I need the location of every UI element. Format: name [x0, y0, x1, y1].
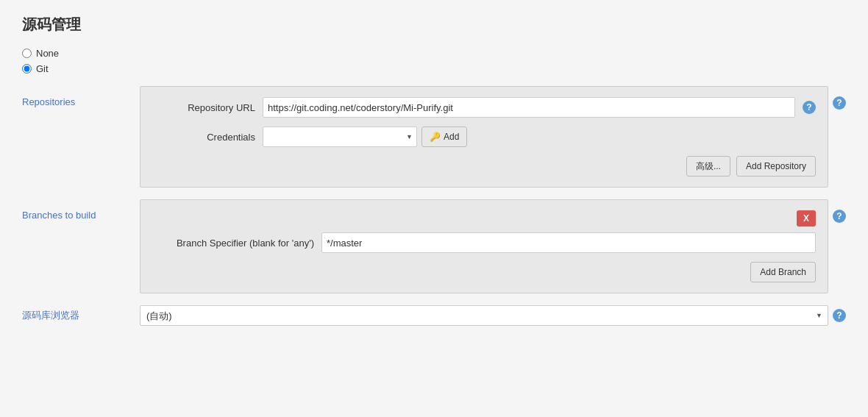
- radio-git-label: Git: [36, 63, 49, 74]
- repo-buttons-row: 高级... Add Repository: [152, 156, 816, 177]
- branches-help-icon[interactable]: ?: [833, 210, 846, 223]
- add-credentials-button[interactable]: 🔑 Add: [421, 126, 467, 147]
- add-branch-button[interactable]: Add Branch: [750, 262, 816, 282]
- source-browser-label: 源码库浏览器: [22, 309, 140, 322]
- add-credentials-label: Add: [444, 132, 459, 142]
- credentials-row: Credentials 🔑 Add: [152, 126, 816, 147]
- repo-url-help-icon[interactable]: ?: [803, 101, 816, 114]
- credentials-select-wrapper: [263, 126, 417, 147]
- branch-buttons-row: Add Branch: [152, 262, 816, 282]
- branch-specifier-input[interactable]: [321, 232, 816, 253]
- repo-url-label: Repository URL: [152, 102, 255, 113]
- source-browser-select-wrapper: (自动): [140, 305, 828, 326]
- radio-none-label: None: [36, 48, 59, 59]
- source-browser-section: 源码库浏览器 (自动) ?: [22, 305, 846, 326]
- branch-specifier-row: Branch Specifier (blank for 'any'): [152, 232, 816, 253]
- credentials-select[interactable]: [263, 126, 417, 147]
- page-title: 源码管理: [22, 15, 846, 35]
- branch-specifier-input-wrapper: [321, 232, 816, 253]
- branches-panel: X Branch Specifier (blank for 'any') Add…: [140, 199, 828, 293]
- advanced-button[interactable]: 高级...: [686, 156, 730, 177]
- radio-git[interactable]: [22, 64, 32, 74]
- repositories-panel: Repository URL ? Credentials: [140, 86, 828, 188]
- repositories-help-icon[interactable]: ?: [833, 96, 846, 110]
- key-icon: 🔑: [430, 132, 441, 142]
- repositories-section: Repositories Repository URL ? Credential…: [22, 86, 846, 188]
- source-browser-help-icon[interactable]: ?: [833, 309, 846, 322]
- add-repository-button[interactable]: Add Repository: [736, 156, 816, 177]
- repo-url-input-wrapper: [263, 97, 795, 118]
- repo-url-row: Repository URL ?: [152, 97, 816, 118]
- branches-label: Branches to build: [22, 199, 140, 221]
- credentials-controls: 🔑 Add: [263, 126, 467, 147]
- credentials-label: Credentials: [152, 132, 255, 143]
- repositories-label: Repositories: [22, 86, 140, 107]
- scm-option-none[interactable]: None: [22, 48, 846, 59]
- repo-url-input[interactable]: [263, 97, 795, 118]
- page: 源码管理 None Git Repositories Repository UR…: [0, 0, 868, 417]
- remove-branch-button[interactable]: X: [797, 210, 816, 227]
- x-button-row: X: [152, 210, 816, 227]
- scm-option-git[interactable]: Git: [22, 63, 846, 74]
- branches-section: Branches to build X Branch Specifier (bl…: [22, 199, 846, 293]
- branch-specifier-label: Branch Specifier (blank for 'any'): [152, 238, 314, 249]
- radio-none[interactable]: [22, 49, 32, 58]
- source-browser-select[interactable]: (自动): [140, 305, 828, 326]
